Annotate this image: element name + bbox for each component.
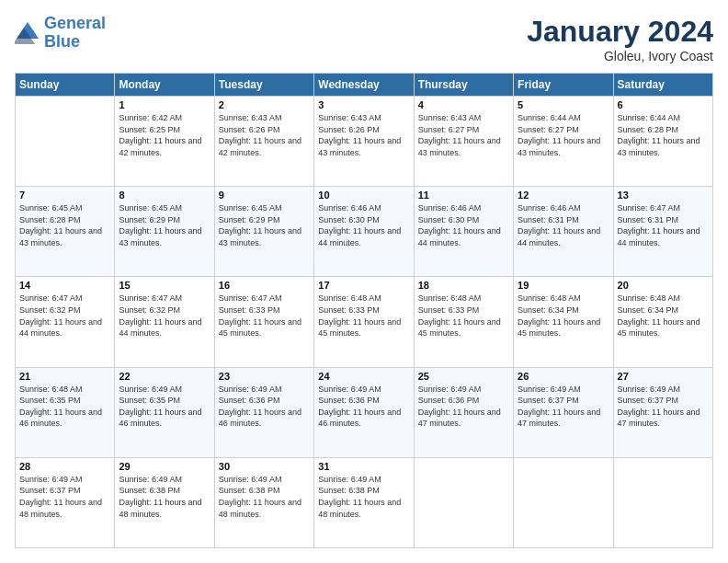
cell-date: 6 [618, 99, 709, 110]
cell-date: 22 [119, 371, 210, 382]
cell-date: 24 [318, 371, 409, 382]
cell-date: 31 [318, 461, 409, 472]
cell-info: Sunrise: 6:46 AMSunset: 6:30 PMDaylight:… [418, 202, 509, 248]
cell-date: 25 [418, 371, 509, 382]
logo: General Blue [15, 15, 106, 52]
table-row: 7 Sunrise: 6:45 AMSunset: 6:28 PMDayligh… [16, 187, 115, 277]
logo-text: General Blue [44, 15, 106, 52]
table-row: 19 Sunrise: 6:48 AMSunset: 6:34 PMDaylig… [514, 277, 613, 367]
cell-info: Sunrise: 6:48 AMSunset: 6:34 PMDaylight:… [618, 293, 709, 339]
cell-date: 13 [618, 190, 709, 201]
table-row: 13 Sunrise: 6:47 AMSunset: 6:31 PMDaylig… [613, 187, 712, 277]
cell-info: Sunrise: 6:48 AMSunset: 6:34 PMDaylight:… [518, 293, 609, 339]
cell-info: Sunrise: 6:48 AMSunset: 6:33 PMDaylight:… [318, 293, 409, 339]
week-row-3: 21 Sunrise: 6:48 AMSunset: 6:35 PMDaylig… [16, 367, 713, 457]
cell-info: Sunrise: 6:44 AMSunset: 6:27 PMDaylight:… [518, 112, 609, 158]
cell-info: Sunrise: 6:43 AMSunset: 6:26 PMDaylight:… [318, 112, 409, 158]
cell-info: Sunrise: 6:44 AMSunset: 6:28 PMDaylight:… [618, 112, 709, 158]
table-row: 16 Sunrise: 6:47 AMSunset: 6:33 PMDaylig… [214, 277, 313, 367]
cell-info: Sunrise: 6:45 AMSunset: 6:28 PMDaylight:… [19, 202, 110, 248]
week-row-4: 28 Sunrise: 6:49 AMSunset: 6:37 PMDaylig… [16, 457, 713, 547]
cell-date: 26 [518, 371, 609, 382]
table-row: 10 Sunrise: 6:46 AMSunset: 6:30 PMDaylig… [314, 187, 414, 277]
cell-info: Sunrise: 6:48 AMSunset: 6:33 PMDaylight:… [418, 293, 509, 339]
cell-date: 2 [219, 99, 310, 110]
cell-date: 19 [518, 280, 609, 291]
table-row: 23 Sunrise: 6:49 AMSunset: 6:36 PMDaylig… [214, 367, 313, 457]
header-row: Sunday Monday Tuesday Wednesday Thursday… [16, 74, 713, 97]
cell-info: Sunrise: 6:45 AMSunset: 6:29 PMDaylight:… [119, 202, 210, 248]
table-row: 8 Sunrise: 6:45 AMSunset: 6:29 PMDayligh… [115, 187, 214, 277]
cell-date: 10 [318, 190, 409, 201]
table-row: 14 Sunrise: 6:47 AMSunset: 6:32 PMDaylig… [16, 277, 115, 367]
table-row [414, 457, 513, 547]
cell-date: 8 [119, 190, 210, 201]
table-row: 25 Sunrise: 6:49 AMSunset: 6:36 PMDaylig… [414, 367, 513, 457]
cell-date: 3 [318, 99, 409, 110]
header: General Blue January 2024 Gloleu, Ivory … [15, 15, 713, 63]
cell-info: Sunrise: 6:48 AMSunset: 6:35 PMDaylight:… [19, 384, 110, 430]
cell-date: 23 [219, 371, 310, 382]
week-row-1: 7 Sunrise: 6:45 AMSunset: 6:28 PMDayligh… [16, 187, 713, 277]
cell-info: Sunrise: 6:43 AMSunset: 6:27 PMDaylight:… [418, 112, 509, 158]
page: General Blue January 2024 Gloleu, Ivory … [0, 0, 728, 563]
cell-date: 1 [119, 99, 210, 110]
cell-date: 29 [119, 461, 210, 472]
week-row-0: 1 Sunrise: 6:42 AMSunset: 6:25 PMDayligh… [16, 97, 713, 187]
cell-info: Sunrise: 6:49 AMSunset: 6:38 PMDaylight:… [318, 474, 409, 520]
table-row: 17 Sunrise: 6:48 AMSunset: 6:33 PMDaylig… [314, 277, 414, 367]
cell-date: 30 [219, 461, 310, 472]
table-row: 6 Sunrise: 6:44 AMSunset: 6:28 PMDayligh… [613, 97, 712, 187]
cell-info: Sunrise: 6:49 AMSunset: 6:36 PMDaylight:… [418, 384, 509, 430]
cell-date: 15 [119, 280, 210, 291]
cell-date: 7 [19, 190, 110, 201]
logo-icon [15, 20, 40, 46]
col-monday: Monday [115, 74, 214, 97]
table-row: 15 Sunrise: 6:47 AMSunset: 6:32 PMDaylig… [115, 277, 214, 367]
cell-info: Sunrise: 6:49 AMSunset: 6:38 PMDaylight:… [219, 474, 310, 520]
cell-date: 11 [418, 190, 509, 201]
cell-date: 9 [219, 190, 310, 201]
table-row: 31 Sunrise: 6:49 AMSunset: 6:38 PMDaylig… [314, 457, 414, 547]
cell-info: Sunrise: 6:49 AMSunset: 6:35 PMDaylight:… [119, 384, 210, 430]
cell-info: Sunrise: 6:45 AMSunset: 6:29 PMDaylight:… [219, 202, 310, 248]
cell-date: 17 [318, 280, 409, 291]
cell-info: Sunrise: 6:49 AMSunset: 6:37 PMDaylight:… [518, 384, 609, 430]
cell-info: Sunrise: 6:49 AMSunset: 6:38 PMDaylight:… [119, 474, 210, 520]
cell-info: Sunrise: 6:42 AMSunset: 6:25 PMDaylight:… [119, 112, 210, 158]
cell-date: 14 [19, 280, 110, 291]
table-row: 11 Sunrise: 6:46 AMSunset: 6:30 PMDaylig… [414, 187, 513, 277]
col-wednesday: Wednesday [314, 74, 414, 97]
location-title: Gloleu, Ivory Coast [527, 49, 713, 63]
col-tuesday: Tuesday [214, 74, 313, 97]
cell-date: 21 [19, 371, 110, 382]
col-friday: Friday [514, 74, 613, 97]
cell-info: Sunrise: 6:47 AMSunset: 6:33 PMDaylight:… [219, 293, 310, 339]
cell-info: Sunrise: 6:49 AMSunset: 6:36 PMDaylight:… [318, 384, 409, 430]
table-row: 4 Sunrise: 6:43 AMSunset: 6:27 PMDayligh… [414, 97, 513, 187]
cell-info: Sunrise: 6:47 AMSunset: 6:31 PMDaylight:… [618, 202, 709, 248]
cell-date: 18 [418, 280, 509, 291]
cell-date: 16 [219, 280, 310, 291]
table-row: 30 Sunrise: 6:49 AMSunset: 6:38 PMDaylig… [214, 457, 313, 547]
cell-date: 28 [19, 461, 110, 472]
cell-info: Sunrise: 6:47 AMSunset: 6:32 PMDaylight:… [19, 293, 110, 339]
table-row: 29 Sunrise: 6:49 AMSunset: 6:38 PMDaylig… [115, 457, 214, 547]
table-row: 1 Sunrise: 6:42 AMSunset: 6:25 PMDayligh… [115, 97, 214, 187]
title-area: January 2024 Gloleu, Ivory Coast [527, 15, 713, 63]
cell-info: Sunrise: 6:46 AMSunset: 6:31 PMDaylight:… [518, 202, 609, 248]
cell-info: Sunrise: 6:49 AMSunset: 6:37 PMDaylight:… [19, 474, 110, 520]
table-row: 2 Sunrise: 6:43 AMSunset: 6:26 PMDayligh… [214, 97, 313, 187]
cell-date: 4 [418, 99, 509, 110]
cell-info: Sunrise: 6:47 AMSunset: 6:32 PMDaylight:… [119, 293, 210, 339]
table-row: 12 Sunrise: 6:46 AMSunset: 6:31 PMDaylig… [514, 187, 613, 277]
cell-info: Sunrise: 6:49 AMSunset: 6:37 PMDaylight:… [618, 384, 709, 430]
cell-info: Sunrise: 6:46 AMSunset: 6:30 PMDaylight:… [318, 202, 409, 248]
cell-date: 5 [518, 99, 609, 110]
calendar-table: Sunday Monday Tuesday Wednesday Thursday… [15, 73, 713, 548]
table-row: 24 Sunrise: 6:49 AMSunset: 6:36 PMDaylig… [314, 367, 414, 457]
month-title: January 2024 [527, 15, 713, 49]
cell-date: 27 [618, 371, 709, 382]
table-row [613, 457, 712, 547]
table-row: 22 Sunrise: 6:49 AMSunset: 6:35 PMDaylig… [115, 367, 214, 457]
